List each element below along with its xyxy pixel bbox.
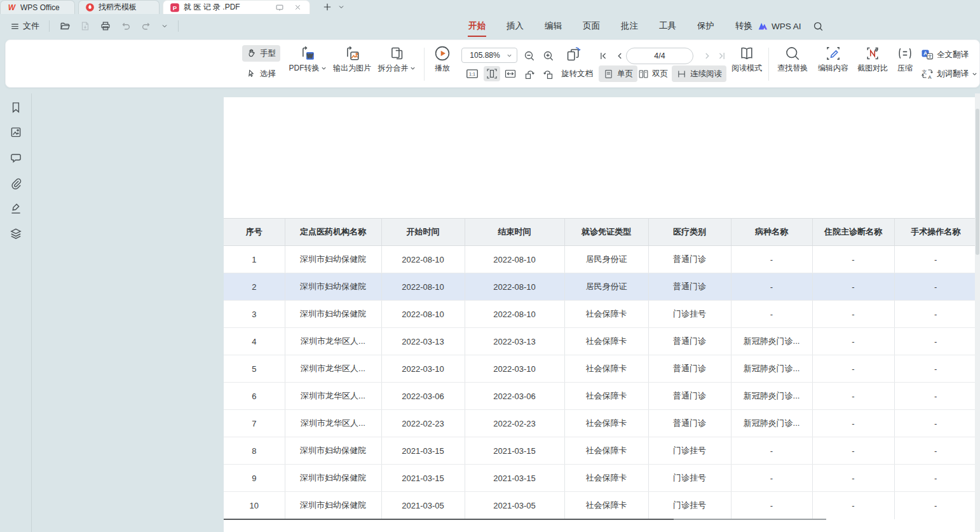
close-tab-icon[interactable] [290,1,304,15]
fit-page-button[interactable] [484,66,500,81]
menu-bar: 文件 开始 插入 编辑 页面 批注 工具 保护 转换 [0,14,980,38]
screenshot-compare-button[interactable]: 截图对比 [852,45,893,74]
table-cell: 社会保障卡 [564,410,648,437]
thumbnails-panel-icon[interactable] [9,125,23,139]
table-cell: - [731,246,812,273]
zoom-level-input[interactable] [466,51,503,60]
ribbon-tab-page[interactable]: 页面 [582,18,601,34]
table-cell: - [812,410,894,437]
edit-content-button[interactable]: 编辑内容 [813,45,854,74]
rotate-pages-button[interactable] [565,46,582,63]
present-monitor-icon[interactable] [273,1,287,15]
compress-icon [897,45,913,62]
table-cell: 2022-03-06 [381,383,465,410]
global-search-icon[interactable] [813,21,824,32]
table-cell: - [812,273,894,301]
single-page-button[interactable]: 单页 [599,65,637,82]
zoom-level-combobox[interactable] [461,48,517,63]
table-cell: 2022-03-13 [381,328,465,355]
ribbon-tab-convert[interactable]: 转换 [735,18,753,34]
compress-button[interactable]: 压缩 [889,45,921,74]
ribbon-tab-protect[interactable]: 保护 [697,18,715,34]
ribbon-tab-tools[interactable]: 工具 [658,18,677,34]
attachment-panel-icon[interactable] [9,177,23,191]
table-cell: 4 [224,328,285,355]
word-translate-button[interactable]: 文A 划词翻译 [921,65,977,82]
save-button[interactable] [77,18,93,34]
pdf-convert-icon: W [299,45,316,62]
find-replace-button[interactable]: 查找替换 [772,45,813,74]
table-cell: 2022-03-13 [465,328,564,355]
table-cell: 社会保障卡 [564,355,648,383]
first-page-button[interactable] [595,48,611,64]
save-icon [79,20,91,32]
open-file-button[interactable] [57,18,73,34]
select-tool-button[interactable]: 选择 [242,65,280,82]
continuous-reading-button[interactable]: 连续阅读 [672,65,726,82]
rotate-right-button[interactable] [541,66,556,81]
export-as-image-button[interactable]: 输出为图片 [327,45,378,74]
vertical-scrollbar[interactable] [975,93,980,532]
tab-list-chevron-icon[interactable] [334,0,348,14]
table-cell: - [812,383,894,410]
play-button[interactable]: 播放 [428,45,457,74]
full-text-translate-label: 全文翻译 [937,50,969,60]
table-cell: 2021-03-15 [465,465,564,492]
split-merge-button[interactable]: 拆分合并 [372,45,421,74]
table-cell: 2022-02-23 [465,410,564,437]
file-menu-button[interactable]: 文件 [8,18,42,34]
table-cell: - [894,383,976,410]
zoom-out-button[interactable] [522,48,537,64]
bookmark-panel-icon[interactable] [9,100,23,114]
ribbon-tab-home[interactable]: 开始 [468,18,486,34]
pdf-file-icon: P [170,3,180,13]
full-text-translate-button[interactable]: A文 全文翻译 [921,46,969,63]
redo-button[interactable] [138,18,154,34]
ribbon-tab-edit[interactable]: 编辑 [544,18,562,34]
table-cell: 8 [224,437,285,465]
actual-size-button[interactable]: 1:1 [465,66,480,81]
table-cell: - [812,328,894,355]
column-header: 结束时间 [465,219,564,246]
tab-wps-office[interactable]: W WPS Office [0,0,75,14]
next-page-button[interactable] [700,48,715,64]
table-cell: 社会保障卡 [564,465,648,492]
column-header: 就诊凭证类型 [564,219,648,246]
table-bottom-border-light [674,519,826,520]
rotate-document-label[interactable]: 旋转文档 [561,65,593,82]
ribbon-tab-insert[interactable]: 插入 [506,18,524,34]
column-header: 序号 [224,219,285,246]
new-tab-icon[interactable] [320,0,334,14]
tab-docer[interactable]: 找稻壳模板 [78,0,160,14]
table-row: 5深圳市龙华区人...2022-03-102022-03-10社会保障卡普通门诊… [224,355,976,383]
comment-panel-icon[interactable] [9,151,23,165]
reading-mode-button[interactable]: 阅读模式 [726,45,767,74]
document-view[interactable]: 序号定点医药机构名称开始时间结束时间就诊凭证类型医疗类别病种名称住院主诊断名称手… [32,93,980,532]
hand-tool-button[interactable]: 手型 [242,45,280,62]
table-header-row: 序号定点医药机构名称开始时间结束时间就诊凭证类型医疗类别病种名称住院主诊断名称手… [224,219,976,246]
more-history-chevron-icon[interactable] [158,20,171,32]
tab-document-active[interactable]: P 就 医 记 录 .PDF [163,0,310,14]
scrollbar-thumb[interactable] [976,109,979,255]
file-menu-label: 文件 [23,20,39,32]
page-number-box[interactable] [626,48,693,64]
zoom-in-button[interactable] [541,48,556,64]
print-button[interactable] [97,18,114,34]
split-merge-icon [388,45,405,62]
undo-button[interactable] [118,18,134,34]
table-cell: - [731,437,812,465]
svg-text:A: A [928,74,932,80]
page-number-input[interactable] [627,48,693,64]
previous-page-button[interactable] [612,48,627,64]
wps-ai-button[interactable]: WPS AI [758,21,801,32]
tab-label: WPS Office [20,3,68,12]
table-cell: 2022-08-10 [465,273,564,301]
window-tab-bar: W WPS Office 找稻壳模板 P 就 医 记 录 .PDF [0,0,980,14]
pdf-convert-button[interactable]: W PDF转换 [283,45,332,74]
ribbon-tab-comment[interactable]: 批注 [620,18,639,34]
rotate-left-button[interactable] [522,66,537,81]
fit-width-button[interactable] [503,66,518,81]
hand-icon [247,48,257,58]
layers-panel-icon[interactable] [9,227,23,241]
signature-panel-icon[interactable] [9,201,23,215]
